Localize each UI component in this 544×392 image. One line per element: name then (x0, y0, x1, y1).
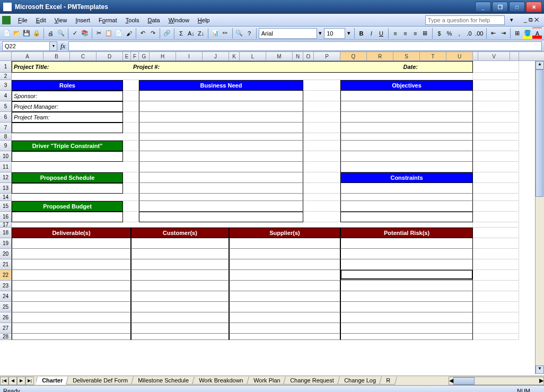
cell[interactable] (139, 183, 303, 194)
cell[interactable]: Driver "Triple Constraint" (12, 141, 123, 151)
decrease-decimal-button[interactable]: .00 (475, 28, 484, 39)
print-button[interactable]: 🖨 (46, 28, 56, 39)
cell[interactable] (12, 133, 139, 141)
cell[interactable] (123, 101, 139, 112)
cell[interactable] (123, 183, 139, 194)
cell[interactable] (12, 222, 473, 228)
row-header-28[interactable]: 28 (0, 334, 12, 340)
decrease-indent-button[interactable]: ⇤ (488, 28, 498, 39)
cell[interactable] (123, 212, 139, 222)
font-size-dropdown-icon[interactable]: ▾ (346, 28, 352, 39)
cell[interactable] (123, 112, 139, 123)
column-header-F[interactable]: F (131, 52, 139, 60)
cell[interactable] (123, 201, 139, 212)
font-color-button[interactable]: A (532, 28, 542, 39)
row-header-1[interactable]: 1 (0, 61, 12, 73)
column-header-V[interactable]: V (478, 52, 510, 60)
sheet-tab-work-plan[interactable]: Work Plan (247, 377, 287, 385)
redo-button[interactable]: ↷ (148, 28, 158, 39)
spreadsheet-grid[interactable]: ABCDEFGHIJKLMNOPQRSTUV 1Project Title:Pr… (0, 52, 544, 376)
cell[interactable] (123, 80, 139, 91)
row-header-8[interactable]: 8 (0, 133, 12, 141)
cell[interactable] (473, 334, 519, 340)
column-header-P[interactable]: P (314, 52, 340, 60)
help-search-input[interactable] (425, 15, 505, 25)
scroll-up-icon[interactable]: ▲ (536, 61, 544, 69)
cell[interactable] (303, 141, 340, 151)
row-header-7[interactable]: 7 (0, 123, 12, 133)
last-sheet-button[interactable]: ▶| (25, 377, 34, 385)
row-header-16[interactable]: 16 (0, 212, 12, 222)
cell[interactable] (340, 162, 473, 172)
cell[interactable] (131, 259, 229, 270)
cell[interactable] (131, 281, 229, 291)
cell[interactable] (473, 112, 519, 123)
cell[interactable] (473, 323, 519, 334)
row-header-2[interactable]: 2 (0, 73, 12, 80)
cell[interactable]: Customer(s) (131, 228, 229, 238)
app-icon[interactable] (2, 16, 11, 24)
first-sheet-button[interactable]: |◀ (0, 377, 8, 385)
cell[interactable] (12, 73, 473, 80)
cell[interactable] (229, 249, 340, 259)
cell[interactable] (473, 162, 519, 172)
sheet-tab-charter[interactable]: Charter (36, 377, 69, 385)
align-center-button[interactable]: ≡ (400, 28, 410, 39)
cell[interactable]: Objectives (340, 80, 473, 91)
cell[interactable]: Deliverable(s) (12, 228, 131, 238)
cell[interactable] (340, 141, 473, 151)
cell[interactable] (473, 101, 519, 112)
align-right-button[interactable]: ≡ (410, 28, 420, 39)
cell[interactable] (139, 172, 303, 183)
cell[interactable] (473, 151, 519, 162)
hscroll-thumb[interactable] (453, 377, 475, 385)
cell[interactable]: Constraints (340, 172, 473, 183)
new-button[interactable]: 📄 (2, 28, 12, 39)
cell[interactable] (229, 270, 340, 281)
cell[interactable] (340, 212, 473, 222)
cell[interactable] (303, 172, 340, 183)
menu-file[interactable]: File (14, 16, 32, 24)
cell[interactable] (131, 334, 229, 340)
cell[interactable] (473, 133, 519, 141)
cell[interactable] (139, 123, 303, 133)
cell[interactable] (12, 323, 131, 334)
cell[interactable] (340, 112, 473, 123)
cell[interactable] (12, 302, 131, 312)
row-header-3[interactable]: 3 (0, 80, 12, 91)
cell[interactable] (473, 222, 519, 228)
save-button[interactable]: 💾 (22, 28, 32, 39)
cut-button[interactable]: ✂ (94, 28, 104, 39)
cell[interactable] (340, 151, 473, 162)
cell[interactable] (229, 238, 340, 249)
cell[interactable] (12, 270, 131, 281)
paste-button[interactable]: 📄 (114, 28, 124, 39)
cell[interactable] (340, 270, 473, 281)
row-header-6[interactable]: 6 (0, 112, 12, 123)
row-header-15[interactable]: 15 (0, 201, 12, 212)
cell[interactable] (139, 141, 303, 151)
menu-help[interactable]: Help (194, 16, 214, 24)
scroll-down-icon[interactable]: ▼ (536, 365, 544, 374)
sheet-tab-r[interactable]: R (379, 377, 397, 385)
cell[interactable] (473, 302, 519, 312)
cell[interactable] (12, 162, 139, 172)
cell[interactable] (303, 194, 340, 201)
column-header-A[interactable]: A (12, 52, 43, 60)
row-header-17[interactable]: 17 (0, 222, 12, 228)
copy-button[interactable]: 📋 (104, 28, 114, 39)
cell[interactable] (131, 302, 229, 312)
row-header-10[interactable]: 10 (0, 151, 12, 162)
open-button[interactable]: 📂 (12, 28, 22, 39)
column-header-B[interactable]: B (43, 52, 70, 60)
horizontal-scrollbar[interactable]: ◀ ▶ (449, 377, 544, 385)
cell[interactable] (12, 212, 123, 222)
cell[interactable] (303, 80, 340, 91)
column-header-U[interactable]: U (446, 52, 473, 60)
column-header-D[interactable]: D (96, 52, 123, 60)
cell[interactable]: Roles (12, 80, 123, 91)
cell[interactable]: Project Manager: (12, 101, 123, 112)
sort-asc-button[interactable]: A↓ (187, 28, 196, 39)
cell[interactable] (303, 101, 340, 112)
underline-button[interactable]: U (376, 28, 386, 39)
